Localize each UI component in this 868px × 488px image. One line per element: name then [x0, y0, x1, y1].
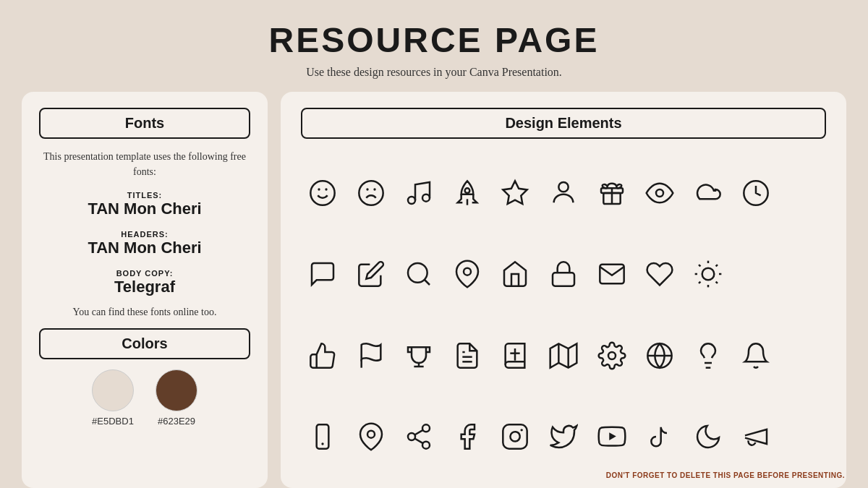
- fonts-online-note: You can find these fonts online too.: [39, 307, 250, 318]
- icon-location: [349, 398, 393, 475]
- page-subtitle: Use these design resources in your Canva…: [306, 66, 562, 79]
- main-content: Fonts This presentation template uses th…: [22, 92, 846, 488]
- icon-facebook: [446, 398, 490, 475]
- icon-search: [397, 236, 441, 312]
- color-circle-1: [92, 369, 134, 411]
- svg-rect-42: [317, 424, 329, 448]
- color-hex-1: #E5DBD1: [92, 416, 134, 427]
- fonts-header: Fonts: [39, 108, 250, 139]
- icon-chat: [301, 236, 345, 312]
- titles-font-name: TAN Mon Cheri: [39, 200, 250, 218]
- icon-empty-1: [782, 155, 826, 231]
- icon-document: [446, 317, 490, 394]
- svg-point-47: [422, 442, 430, 449]
- svg-point-45: [422, 424, 430, 432]
- icon-sad: [349, 155, 393, 231]
- icon-moon: [686, 398, 730, 475]
- page-title: RESOURCE PAGE: [269, 20, 600, 60]
- svg-point-0: [311, 181, 335, 205]
- color-swatch-2: #623E29: [156, 369, 197, 427]
- body-label: BODY COPY:: [39, 269, 250, 278]
- svg-line-27: [699, 282, 700, 283]
- icon-twitter: [542, 398, 586, 475]
- icon-eye: [638, 155, 682, 231]
- color-swatches: #E5DBD1 #623E29: [39, 369, 250, 427]
- titles-font-entry: TITLES: TAN Mon Cheri: [39, 191, 250, 218]
- icon-gift: [590, 155, 634, 231]
- svg-point-16: [408, 263, 427, 283]
- svg-point-14: [656, 189, 663, 197]
- icon-mail: [590, 236, 634, 312]
- svg-point-20: [702, 268, 714, 281]
- icon-music: [397, 155, 441, 231]
- icon-home: [493, 236, 537, 312]
- body-font-entry: BODY COPY: Telegraf: [39, 269, 250, 296]
- icon-share: [397, 398, 441, 475]
- svg-marker-10: [503, 181, 527, 204]
- icon-instagram: [493, 398, 537, 475]
- footer-note: DON'T FORGET TO DELETE THIS PAGE BEFORE …: [606, 471, 845, 479]
- svg-point-46: [408, 433, 415, 440]
- icon-book: [493, 317, 537, 394]
- icon-globe: [638, 317, 682, 394]
- titles-label: TITLES:: [39, 191, 250, 200]
- svg-line-24: [715, 282, 717, 283]
- icon-person: [542, 155, 586, 231]
- icon-thumbsup: [301, 317, 345, 394]
- design-elements-header: Design Elements: [301, 108, 826, 139]
- svg-point-44: [367, 431, 375, 438]
- icon-pin: [446, 236, 490, 312]
- icon-lock: [542, 236, 586, 312]
- svg-line-17: [425, 280, 430, 285]
- svg-line-23: [699, 265, 700, 266]
- icon-pencil: [349, 236, 393, 312]
- svg-line-28: [715, 265, 717, 266]
- color-swatch-1: #E5DBD1: [92, 369, 134, 427]
- svg-point-8: [465, 188, 470, 193]
- icon-gear: [590, 317, 634, 394]
- color-hex-2: #623E29: [158, 416, 195, 427]
- icon-clock: [734, 155, 778, 231]
- colors-header: Colors: [39, 328, 250, 359]
- icon-phone: [301, 398, 345, 475]
- left-panel: Fonts This presentation template uses th…: [22, 92, 268, 488]
- color-circle-2: [156, 369, 197, 411]
- icon-rocket: [446, 155, 490, 231]
- svg-point-3: [359, 181, 383, 205]
- icon-empty-5: [782, 398, 826, 475]
- icon-bell: [734, 317, 778, 394]
- headers-label: HEADERS:: [39, 230, 250, 239]
- svg-point-18: [464, 268, 471, 275]
- icon-map: [542, 317, 586, 394]
- svg-line-49: [415, 430, 423, 435]
- icon-bulb: [686, 317, 730, 394]
- svg-point-7: [422, 194, 430, 202]
- svg-rect-19: [553, 273, 574, 286]
- svg-point-6: [408, 197, 415, 204]
- headers-font-name: TAN Mon Cheri: [39, 239, 250, 257]
- svg-marker-52: [609, 432, 616, 440]
- svg-point-37: [608, 352, 616, 359]
- svg-point-11: [558, 182, 568, 192]
- icon-megaphone: [734, 398, 778, 475]
- svg-rect-50: [503, 424, 527, 448]
- icon-smiley: [301, 155, 345, 231]
- svg-line-48: [415, 438, 423, 443]
- icon-empty-2: [734, 236, 778, 312]
- icons-grid: [301, 155, 826, 475]
- svg-marker-34: [550, 343, 577, 367]
- headers-font-entry: HEADERS: TAN Mon Cheri: [39, 230, 250, 257]
- colors-section: Colors #E5DBD1 #623E29: [39, 328, 250, 427]
- icon-flag: [349, 317, 393, 394]
- icon-heart: [638, 236, 682, 312]
- icon-star: [493, 155, 537, 231]
- right-panel: Design Elements: [281, 92, 846, 488]
- icon-trophy: [397, 317, 441, 394]
- fonts-desc: This presentation template uses the foll…: [39, 149, 250, 179]
- icon-sun: [686, 236, 730, 312]
- icon-tiktok: [638, 398, 682, 475]
- icon-empty-4: [782, 317, 826, 394]
- body-font-name: Telegraf: [39, 278, 250, 296]
- icon-empty-3: [782, 236, 826, 312]
- icon-cloud: [686, 155, 730, 231]
